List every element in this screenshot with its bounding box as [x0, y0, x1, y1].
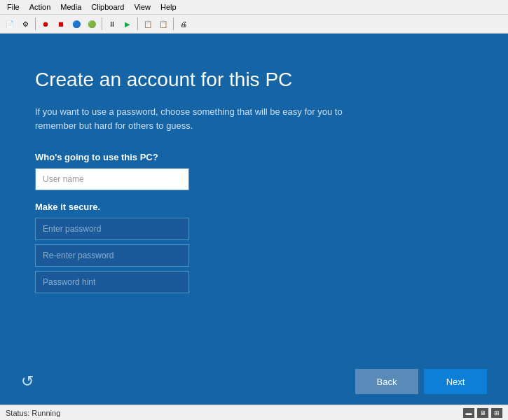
status-left: Status: Running [6, 409, 60, 417]
toolbar-separator-2 [102, 18, 102, 30]
toolbar-copy-btn[interactable]: 📋 [141, 17, 155, 31]
toolbar-separator-3 [137, 18, 138, 30]
menu-action[interactable]: Action [25, 3, 55, 11]
menu-bar: File Action Media Clipboard View Help [0, 0, 508, 14]
username-input[interactable] [35, 168, 189, 190]
toolbar: 📄 ⚙ ⏺ ⏹ 🔵 🟢 ⏸ ▶ 📋 📋 🖨 [0, 14, 508, 34]
menu-file[interactable]: File [3, 3, 24, 11]
toolbar-new-btn[interactable]: 📄 [3, 17, 17, 31]
page-description: If you want to use a password, choose so… [35, 105, 371, 132]
status-icon-3: ⊞ [491, 408, 502, 418]
refresh-icon[interactable]: ↺ [21, 372, 34, 391]
toolbar-print-btn[interactable]: 🖨 [177, 17, 191, 31]
back-button[interactable]: Back [355, 369, 418, 394]
password-input[interactable] [35, 218, 189, 240]
bottom-bar: ↺ Back Next [0, 358, 508, 405]
status-right: ▬ 🖥 ⊞ [463, 408, 502, 418]
page-title: Create an account for this PC [35, 69, 473, 91]
toolbar-pause-btn[interactable]: ⏸ [105, 17, 119, 31]
setup-content: Create an account for this PC If you wan… [0, 34, 508, 358]
toolbar-separator-1 [35, 18, 36, 30]
toolbar-settings-btn[interactable]: ⚙ [18, 17, 32, 31]
reenter-password-input[interactable] [35, 244, 189, 267]
status-icon-2: 🖥 [477, 408, 488, 418]
next-button[interactable]: Next [424, 369, 487, 394]
status-icon-1: ▬ [463, 408, 474, 418]
toolbar-separator-4 [173, 18, 174, 30]
menu-help[interactable]: Help [156, 3, 181, 11]
status-text: Status: Running [6, 409, 60, 417]
status-bar: Status: Running ▬ 🖥 ⊞ [0, 405, 508, 420]
main-window: Create an account for this PC If you wan… [0, 34, 508, 405]
menu-view[interactable]: View [130, 3, 155, 11]
menu-clipboard[interactable]: Clipboard [87, 3, 128, 11]
toolbar-paste-btn[interactable]: 📋 [156, 17, 170, 31]
button-group: Back Next [355, 369, 487, 394]
who-label: Who's going to use this PC? [35, 152, 473, 162]
toolbar-stop-btn[interactable]: ⏹ [54, 17, 68, 31]
password-hint-input[interactable] [35, 271, 189, 293]
toolbar-play-btn[interactable]: ▶ [121, 17, 135, 31]
toolbar-record-btn[interactable]: ⏺ [39, 17, 53, 31]
make-secure-label: Make it secure. [35, 202, 473, 212]
menu-media[interactable]: Media [56, 3, 85, 11]
toolbar-circle2-btn[interactable]: 🟢 [85, 17, 99, 31]
toolbar-circle-btn[interactable]: 🔵 [69, 17, 83, 31]
